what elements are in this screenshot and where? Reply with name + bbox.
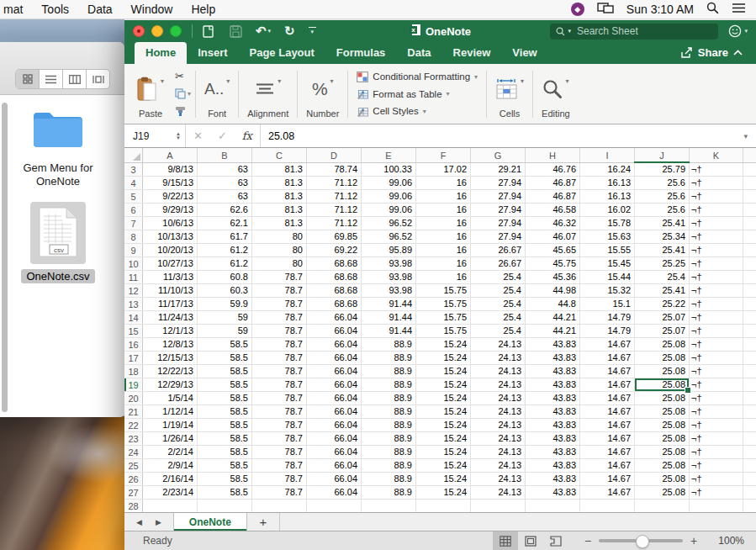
ribbon-tab-page-layout[interactable]: Page Layout [239, 42, 325, 64]
cell-A13[interactable]: 11/17/13 [143, 298, 198, 310]
zoom-window-button[interactable] [170, 25, 182, 37]
close-window-button[interactable] [133, 25, 145, 37]
cell-H16[interactable]: 43.83 [526, 338, 580, 351]
cell-G11[interactable]: 25.4 [471, 271, 526, 283]
cell-G9[interactable]: 26.67 [471, 244, 526, 256]
cell-J26[interactable]: 25.08 [635, 473, 690, 485]
cell-G4[interactable]: 27.94 [471, 177, 526, 189]
cell-H10[interactable]: 45.75 [526, 257, 580, 270]
cell-B13[interactable]: 59.9 [198, 298, 252, 310]
cell-K18[interactable]: ¬† [690, 365, 743, 378]
cell-E6[interactable]: 99.06 [362, 204, 416, 216]
cell-J10[interactable]: 25.25 [635, 257, 690, 270]
cell-B5[interactable]: 63 [198, 190, 252, 203]
cell-F26[interactable]: 15.24 [416, 473, 471, 485]
cell-D18[interactable]: 66.04 [307, 365, 362, 378]
cell-D19[interactable]: 66.04 [307, 378, 362, 391]
cell-D28[interactable] [307, 500, 362, 512]
cell-F14[interactable]: 15.75 [416, 311, 471, 324]
cell-G16[interactable]: 24.13 [471, 338, 526, 351]
cell-G28[interactable] [471, 500, 526, 512]
row-header-21[interactable]: 21 [124, 405, 143, 418]
cell-B11[interactable]: 60.8 [198, 271, 252, 283]
menu-bar-clock[interactable]: Sun 3:10 AM [626, 3, 694, 16]
cell-H3[interactable]: 46.76 [526, 163, 580, 176]
row-header-23[interactable]: 23 [124, 432, 143, 445]
cell-C21[interactable]: 78.7 [252, 405, 307, 418]
row-header-5[interactable]: 5 [124, 190, 143, 203]
zoom-out-button[interactable]: − [577, 534, 599, 547]
cell-B4[interactable]: 63 [198, 177, 252, 189]
cell-A17[interactable]: 12/15/13 [143, 352, 198, 364]
cell-K12[interactable]: ¬† [690, 284, 743, 297]
undo-button[interactable]: ↶ ▾ [256, 24, 271, 39]
customize-toolbar-icon[interactable]: ▾ [309, 27, 316, 36]
cell-B19[interactable]: 58.5 [198, 378, 252, 391]
cell-C13[interactable]: 78.7 [252, 298, 307, 310]
cell-G5[interactable]: 27.94 [471, 190, 526, 203]
cell-K22[interactable]: ¬† [690, 419, 743, 431]
row-header-26[interactable]: 26 [124, 473, 143, 485]
column-header-d[interactable]: D [307, 148, 362, 162]
cell-I18[interactable]: 14.67 [580, 365, 635, 378]
cell-D5[interactable]: 71.12 [307, 190, 362, 203]
cells-group[interactable]: ▾ Cells [488, 66, 531, 122]
cut-button[interactable]: ✂ [175, 70, 191, 82]
cell-F21[interactable]: 15.24 [416, 405, 471, 418]
menu-item-tools[interactable]: Tools [32, 3, 78, 16]
cell-K9[interactable]: ¬† [690, 244, 743, 256]
row-header-6[interactable]: 6 [124, 204, 143, 216]
page-layout-view-button[interactable] [518, 531, 543, 550]
cell-F8[interactable]: 16 [416, 230, 471, 243]
cell-H6[interactable]: 46.58 [526, 204, 580, 216]
cell-F15[interactable]: 15.75 [416, 325, 471, 337]
icon-view-button[interactable] [16, 70, 40, 88]
column-header-g[interactable]: G [471, 148, 526, 162]
cell-B21[interactable]: 58.5 [198, 405, 252, 418]
cell-J14[interactable]: 25.07 [635, 311, 690, 324]
cell-A28[interactable] [143, 500, 198, 512]
column-header-c[interactable]: C [252, 148, 307, 162]
cell-E16[interactable]: 88.9 [362, 338, 416, 351]
alignment-group[interactable]: ▾ Alignment [240, 66, 296, 122]
cell-B18[interactable]: 58.5 [198, 365, 252, 378]
cell-H4[interactable]: 46.87 [526, 177, 580, 189]
conditional-formatting-button[interactable]: Conditional Formatting ▾ [357, 70, 478, 83]
cell-B15[interactable]: 59 [198, 325, 252, 337]
cell-D8[interactable]: 69.85 [307, 230, 362, 243]
cell-D15[interactable]: 66.04 [307, 325, 362, 337]
column-header-h[interactable]: H [526, 148, 580, 162]
cell-B10[interactable]: 61.2 [198, 257, 252, 270]
cell-A16[interactable]: 12/8/13 [143, 338, 198, 351]
ribbon-tab-data[interactable]: Data [396, 42, 441, 64]
cell-I14[interactable]: 14.79 [580, 311, 635, 324]
row-header-9[interactable]: 9 [124, 244, 143, 256]
cell-K6[interactable]: ¬† [690, 204, 743, 216]
cell-G22[interactable]: 24.13 [471, 419, 526, 431]
cell-H18[interactable]: 43.83 [526, 365, 580, 378]
cell-A6[interactable]: 9/29/13 [143, 204, 198, 216]
cell-B3[interactable]: 63 [198, 163, 252, 176]
cell-J23[interactable]: 25.08 [635, 432, 690, 445]
cell-K17[interactable]: ¬† [690, 352, 743, 364]
save-icon[interactable] [230, 25, 242, 38]
cell-D14[interactable]: 66.04 [307, 311, 362, 324]
cell-F28[interactable] [416, 500, 471, 512]
row-header-19[interactable]: 19 [124, 378, 143, 391]
cell-E9[interactable]: 95.89 [362, 244, 416, 256]
column-header-f[interactable]: F [416, 148, 471, 162]
row-header-25[interactable]: 25 [124, 459, 143, 472]
cell-C12[interactable]: 78.7 [252, 284, 307, 297]
editing-group[interactable]: ▾ Editing [534, 66, 578, 122]
cell-B25[interactable]: 58.5 [198, 459, 252, 472]
cell-K13[interactable]: ¬† [690, 298, 743, 310]
row-header-4[interactable]: 4 [124, 177, 143, 189]
cell-D21[interactable]: 66.04 [307, 405, 362, 418]
cell-B7[interactable]: 62.1 [198, 217, 252, 230]
cell-G17[interactable]: 24.13 [471, 352, 526, 364]
cell-J22[interactable]: 25.08 [635, 419, 690, 431]
column-header-j[interactable]: J [635, 148, 690, 162]
cell-F25[interactable]: 15.24 [416, 459, 471, 472]
cell-F11[interactable]: 16 [416, 271, 471, 283]
cell-J12[interactable]: 25.41 [635, 284, 690, 297]
